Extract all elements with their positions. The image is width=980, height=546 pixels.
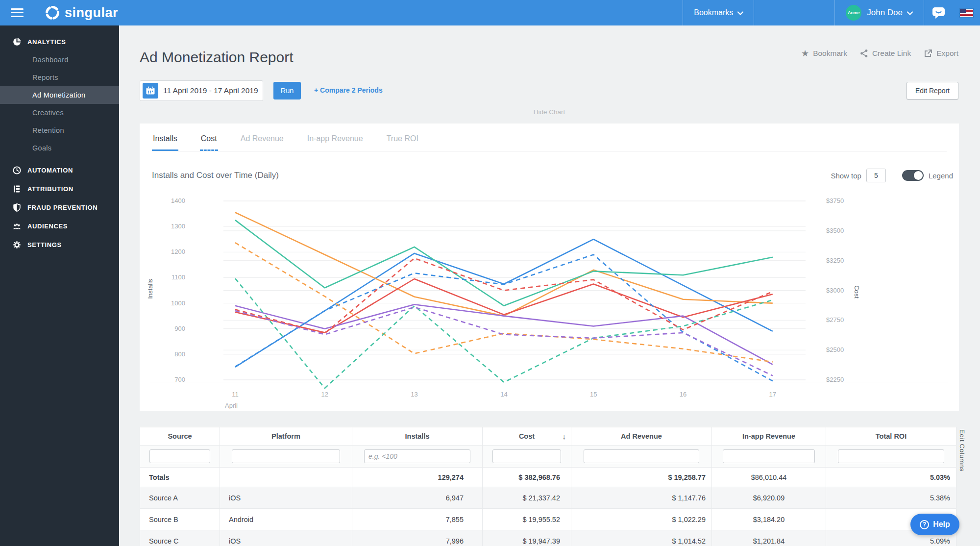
top-navigation-bar: singular Bookmarks Acme John Doe xyxy=(0,0,980,25)
user-account-menu[interactable]: Acme John Doe xyxy=(834,0,924,25)
sidebar-item-retention[interactable]: Retention xyxy=(0,122,119,139)
filter-platform-input[interactable] xyxy=(232,449,340,463)
column-header-total-roi[interactable]: Total ROI xyxy=(826,427,956,446)
column-header-platform[interactable]: Platform xyxy=(220,427,352,446)
topbar-right-cluster: Bookmarks Acme John Doe xyxy=(683,0,980,25)
pie-chart-icon xyxy=(13,38,21,46)
legend-toggle[interactable] xyxy=(902,170,924,181)
report-actions: ★ Bookmark Create Link Export xyxy=(788,49,958,58)
column-header-inapp-revenue[interactable]: In-app Revenue xyxy=(712,427,826,446)
table-row-source-a: Source A iOS 6,947 $ 21,337.42 $ 1,147.7… xyxy=(140,487,956,509)
column-header-source[interactable]: Source xyxy=(140,427,220,446)
chart-card: Installs Cost Ad Revenue In-app Revenue … xyxy=(140,124,959,411)
sidebar-section-automation[interactable]: AUTOMATION xyxy=(0,161,119,179)
sidebar-navigation: ANALYTICS Dashboard Reports Ad Monetizat… xyxy=(0,25,119,546)
question-mark-icon: ? xyxy=(920,520,929,529)
hamburger-menu-icon[interactable] xyxy=(11,8,24,17)
edit-columns-button[interactable]: Edit Columns xyxy=(958,429,966,472)
run-button[interactable]: Run xyxy=(273,82,301,99)
report-table: Source Platform Installs Cost↓ Ad Revenu… xyxy=(140,427,956,546)
metric-tabs: Installs Cost Ad Revenue In-app Revenue … xyxy=(152,130,947,151)
table-header-row: Source Platform Installs Cost↓ Ad Revenu… xyxy=(140,427,956,446)
chevron-down-icon xyxy=(907,8,913,17)
hide-chart-label: Hide Chart xyxy=(528,108,571,116)
table-row-source-b: Source B Android 7,855 $ 19,955.52 $ 1,0… xyxy=(140,509,956,530)
filter-source-input[interactable] xyxy=(149,449,210,463)
edit-report-button[interactable]: Edit Report xyxy=(906,82,958,99)
divider-line xyxy=(140,112,528,112)
divider-line xyxy=(571,112,959,112)
chevron-down-icon xyxy=(737,8,743,17)
export-button[interactable]: Export xyxy=(924,49,958,58)
bookmarks-label: Bookmarks xyxy=(694,8,733,17)
sidebar-item-dashboard[interactable]: Dashboard xyxy=(0,51,119,69)
column-header-installs[interactable]: Installs xyxy=(352,427,483,446)
logo-text: singular xyxy=(65,5,118,21)
compare-periods-link[interactable]: + Compare 2 Periods xyxy=(314,86,383,94)
toggle-knob xyxy=(914,171,923,180)
show-top-label: Show top xyxy=(831,172,861,180)
filter-inapp-revenue-input[interactable] xyxy=(723,449,814,463)
table-filter-row xyxy=(140,446,956,468)
chart-title: Installs and Cost over Time (Daily) xyxy=(152,171,279,180)
tab-ad-revenue[interactable]: Ad Revenue xyxy=(240,130,285,151)
table-row-totals: Totals 129,274 $ 382,968.76 $ 19,258.77 … xyxy=(140,468,956,487)
sidebar-section-attribution[interactable]: ATTRIBUTION xyxy=(0,179,119,198)
tab-cost[interactable]: Cost xyxy=(200,130,218,151)
sidebar-item-goals[interactable]: Goals xyxy=(0,139,119,157)
sidebar-item-ad-monetization[interactable]: Ad Monetization xyxy=(0,86,119,104)
chat-support-button[interactable] xyxy=(924,0,953,25)
show-top-input[interactable] xyxy=(866,169,886,182)
singular-swirl-icon xyxy=(44,4,61,21)
divider-line xyxy=(894,169,894,182)
chat-bubble-icon xyxy=(932,6,945,19)
star-icon: ★ xyxy=(801,49,809,58)
tab-installs[interactable]: Installs xyxy=(152,130,178,151)
sort-desc-icon[interactable]: ↓ xyxy=(563,432,566,441)
sidebar-section-audiences[interactable]: AUDIENCES xyxy=(0,217,119,235)
chart-controls: Show top Legend xyxy=(831,169,953,182)
clock-icon xyxy=(13,166,21,174)
topbar-spacer-section xyxy=(754,0,834,25)
people-icon xyxy=(13,222,21,230)
create-link-button[interactable]: Create Link xyxy=(860,49,911,58)
filter-installs-input[interactable] xyxy=(364,449,470,463)
help-button[interactable]: ? Help xyxy=(910,514,959,535)
export-icon xyxy=(924,49,932,58)
calendar-icon xyxy=(143,83,158,99)
shield-icon xyxy=(13,203,21,212)
gear-icon xyxy=(13,241,21,249)
sidebar-section-fraud-prevention[interactable]: FRAUD PREVENTION xyxy=(0,198,119,217)
sidebar-section-settings[interactable]: SETTINGS xyxy=(0,235,119,254)
column-header-cost[interactable]: Cost↓ xyxy=(483,427,571,446)
date-range-picker[interactable]: 11 April 2019 - 17 April 2019 xyxy=(140,80,263,101)
sidebar-item-reports[interactable]: Reports xyxy=(0,69,119,86)
attribution-icon xyxy=(13,185,21,193)
user-name: John Doe xyxy=(867,8,903,18)
singular-logo[interactable]: singular xyxy=(44,4,118,21)
app-window: singular Bookmarks Acme John Doe xyxy=(0,0,980,546)
sidebar-section-analytics[interactable]: ANALYTICS xyxy=(0,32,119,51)
org-avatar: Acme xyxy=(846,5,861,21)
column-header-ad-revenue[interactable]: Ad Revenue xyxy=(571,427,712,446)
sidebar-item-creatives[interactable]: Creatives xyxy=(0,104,119,122)
tab-inapp-revenue[interactable]: In-app Revenue xyxy=(306,130,364,151)
legend-label: Legend xyxy=(929,172,953,180)
share-icon xyxy=(860,49,868,58)
bookmark-button[interactable]: ★ Bookmark xyxy=(801,49,847,58)
filter-ad-revenue-input[interactable] xyxy=(584,449,699,463)
us-flag-icon xyxy=(960,9,973,17)
hide-chart-toggle[interactable]: Hide Chart xyxy=(140,108,959,116)
table-row-source-c: Source C iOS 7,996 $ 19,947.39 $ 1,014.5… xyxy=(140,530,956,546)
bookmarks-menu[interactable]: Bookmarks xyxy=(683,0,754,25)
filter-total-roi-input[interactable] xyxy=(838,449,944,463)
tab-true-roi[interactable]: True ROI xyxy=(386,130,419,151)
date-range-value: 11 April 2019 - 17 April 2019 xyxy=(163,86,258,95)
language-selector[interactable] xyxy=(953,0,980,25)
filter-cost-input[interactable] xyxy=(492,449,561,463)
page-title: Ad Monetization Report xyxy=(140,49,294,66)
